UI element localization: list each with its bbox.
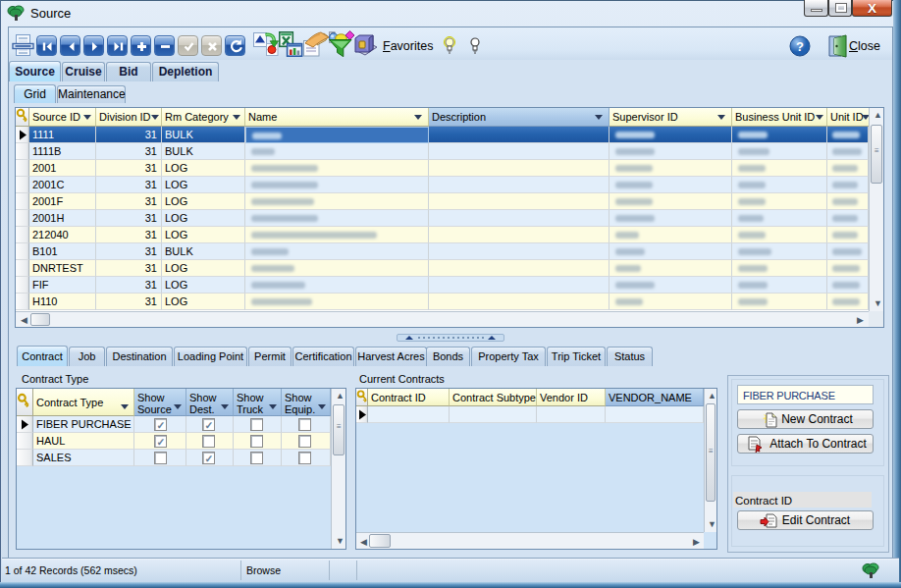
svg-text:?: ? (796, 39, 804, 54)
